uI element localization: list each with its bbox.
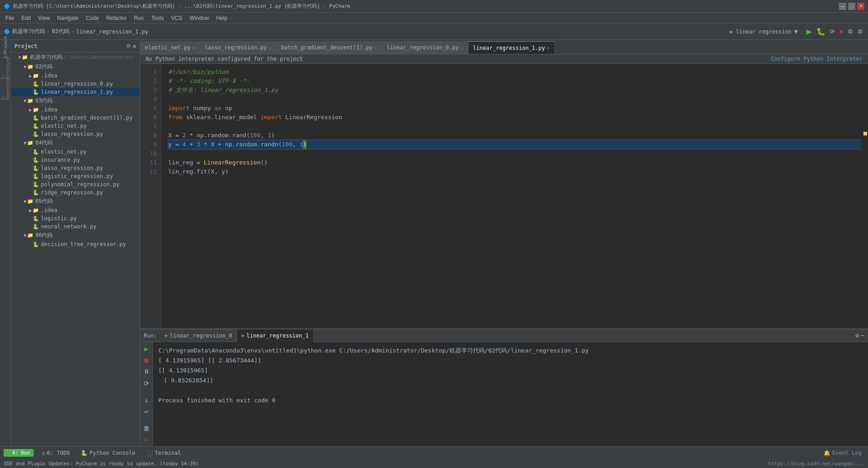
sidebar-favorites-icon[interactable]: 2: Favorites (0, 84, 10, 94)
menu-view[interactable]: View (34, 14, 54, 22)
run-stop-button[interactable]: ■ (141, 355, 151, 365)
python-console-bottom-btn[interactable]: 🐍 Python Console (78, 449, 138, 457)
tab-bgd[interactable]: batch_gradient_descent(1).py ✕ (277, 41, 382, 54)
sidebar-project-icon[interactable]: 1:Project (0, 43, 10, 53)
tab-lr0-close[interactable]: ✕ (461, 45, 463, 50)
menu-code[interactable]: Code (82, 14, 102, 22)
run-pin-button[interactable]: ✕ (141, 435, 151, 444)
minimize-button[interactable]: ─ (839, 3, 846, 10)
menu-vcs[interactable]: VCS (167, 14, 186, 22)
warning-message: No Python interpreter configured for the… (146, 56, 303, 62)
breadcrumb-icon: 🔷 (4, 29, 10, 35)
project-sync-icon[interactable]: ⟳ (127, 43, 131, 49)
bottom-bar-right: 🔔 Event Log (821, 449, 864, 457)
menu-file[interactable]: File (2, 14, 18, 22)
tree-item-en03[interactable]: ▶ 🐍 elastic_net.py (11, 122, 140, 130)
tree-item-insurance[interactable]: ▶ 🐍 insurance.py (11, 156, 140, 164)
run-label: Run: (140, 333, 161, 339)
terminal-bottom-btn[interactable]: ⬛ Terminal (143, 449, 184, 457)
tree-item-05[interactable]: ▼ 📁 05代码 (11, 197, 140, 206)
status-link[interactable]: https://blog.csdn.net/wangdei... (768, 461, 864, 467)
tab-elastic-net[interactable]: elastic_net.py ✕ (140, 41, 200, 54)
run-scroll-down-button[interactable]: ↓ (141, 395, 151, 405)
tab-lasso[interactable]: lasso_regression.py ✕ (200, 41, 276, 54)
code-content[interactable]: #!/usr/bin/python # -*- coding: UTF-8 -*… (161, 64, 862, 328)
tree-item-lr1[interactable]: ▶ 🐍 linear_regression_1.py (11, 88, 140, 96)
tab-bgd-close[interactable]: ✕ (375, 45, 377, 50)
code-line-2: # -*- coding: UTF-8 -*- (168, 77, 862, 86)
menu-window[interactable]: Window (186, 14, 213, 22)
tree-item-en04[interactable]: ▶ 🐍 elastic_net.py (11, 148, 140, 156)
breadcrumb-file[interactable]: linear_regression_1.py (76, 29, 148, 35)
tree-item-root[interactable]: ▼ 📁 机器学习代码 C:\Users\Administrator\De (11, 53, 140, 62)
project-tree: ▼ 📁 机器学习代码 C:\Users\Administrator\De ▼ 📁… (11, 53, 140, 446)
tree-item-neural[interactable]: ▶ 🐍 neural_network.py (11, 222, 140, 231)
menu-run[interactable]: Run (130, 14, 147, 22)
run-minimize-icon[interactable]: ─ (861, 332, 864, 339)
maximize-button[interactable]: □ (848, 3, 855, 10)
event-log-label: Event Log (832, 450, 862, 456)
code-line-4 (168, 95, 862, 104)
tab-lr0[interactable]: linear_regression_0.py ✕ (382, 41, 468, 54)
tree-item-lasso03[interactable]: ▶ 🐍 lasso_regression.py (11, 130, 140, 138)
project-settings-icon[interactable]: ⚙ (133, 43, 136, 49)
tree-item-02[interactable]: ▼ 📁 02代码 (11, 62, 140, 72)
tree-item-04[interactable]: ▼ 📁 04代码 (11, 138, 140, 148)
run-with-coverage-button[interactable]: ⟳ (829, 27, 836, 36)
run-tab-lr0[interactable]: ▶ linear_regression_0 (161, 329, 237, 342)
build-button[interactable]: ⚙ (846, 27, 854, 36)
breadcrumb-folder[interactable]: 02代码 (52, 28, 69, 35)
tree-item-idea-03[interactable]: ▶ 📁 .idea (11, 106, 140, 114)
code-line-7 (168, 122, 862, 131)
run-settings-icon[interactable]: ⚙ (855, 332, 859, 339)
run-button[interactable]: ▶ (805, 26, 813, 37)
close-button[interactable]: ✕ (857, 3, 864, 10)
menu-edit[interactable]: Edit (18, 14, 34, 22)
run-wrap-button[interactable]: ↩ (141, 406, 151, 416)
code-editor[interactable]: 1 2 3 4 5 6 7 8 9 10 11 12 #!/usr/bin/py… (140, 64, 868, 328)
run-clear-button[interactable]: 🗑 (141, 423, 151, 433)
breadcrumb-root[interactable]: 机器学习代码 (12, 28, 45, 35)
menu-navigate[interactable]: Navigate (54, 14, 82, 22)
tree-item-logistic04[interactable]: ▶ 🐍 logistic_regression.py (11, 172, 140, 180)
breadcrumb: 🔷 机器学习代码 › 02代码 › linear_regression_1.py (4, 28, 148, 35)
stop-button[interactable]: ■ (838, 27, 844, 36)
tree-item-lasso04[interactable]: ▶ 🐍 lasso_regression.py (11, 164, 140, 172)
menu-tools[interactable]: Tools (147, 14, 167, 22)
tree-item-logistic05[interactable]: ▶ 🐍 logistic.py (11, 214, 140, 222)
status-bar: IDE and Plugin Updates: PyCharm is ready… (0, 459, 868, 468)
tab-lr1[interactable]: linear_regression_1.py ✕ (468, 41, 555, 54)
run-pause-button[interactable]: ⏸ (141, 367, 151, 376)
run-play-button[interactable]: ▶ (141, 344, 151, 353)
code-line-10 (168, 149, 862, 158)
run-config-dropdown[interactable]: ▼ (794, 28, 798, 35)
tab-elastic-net-close[interactable]: ✕ (192, 45, 195, 50)
tree-item-lr0[interactable]: ▶ 🐍 linear_regression_0.py (11, 80, 140, 88)
tree-item-poly[interactable]: ▶ 🐍 polynomial_regression.py (11, 180, 140, 188)
run-rerun-button[interactable]: ⟳ (141, 378, 151, 388)
run-tab-lr1[interactable]: ▶ linear_regression_1 (237, 329, 314, 342)
debug-button[interactable]: 🐛 (815, 26, 827, 37)
tree-item-06[interactable]: ▼ 📁 06代码 (11, 231, 140, 240)
settings-button[interactable]: ⚙ (856, 27, 864, 36)
tree-item-idea-02[interactable]: ▶ 📁 .idea (11, 72, 140, 80)
run-bottom-btn[interactable]: ▶ 4: Run (4, 449, 34, 457)
tree-item-dtr[interactable]: ▶ 🐍 decision_tree_regressor.py (11, 240, 140, 248)
configure-interpreter-link[interactable]: Configure Python Interpreter (771, 56, 863, 62)
event-log-btn[interactable]: 🔔 Event Log (821, 449, 864, 457)
run-content-area: ▶ ■ ⏸ ⟳ ↓ ↩ 🗑 ✕ C:\ProgramData\Anaconda3… (140, 342, 868, 446)
menu-help[interactable]: Help (213, 14, 231, 22)
tree-item-ridge[interactable]: ▶ 🐍 ridge_regression.py (11, 188, 140, 197)
tree-item-idea-05[interactable]: ▶ 📁 .idea (11, 206, 140, 214)
todo-bottom-btn[interactable]: ☑ 6: TODO (39, 449, 73, 457)
run-tab-icons: ⚙ ─ (852, 332, 868, 339)
tab-lasso-close[interactable]: ✕ (268, 45, 271, 50)
sidebar-structure-icon[interactable]: 2: Structure (0, 63, 10, 73)
code-line-3: # 文件名: linear_regression_1.py (168, 86, 862, 95)
tab-elastic-net-label: elastic_net.py (145, 44, 190, 51)
tab-lr1-close[interactable]: ✕ (547, 45, 550, 50)
run-config-name[interactable]: linear regression (736, 29, 791, 35)
tree-item-03[interactable]: ▼ 📁 03代码 (11, 96, 140, 106)
menu-refactor[interactable]: Refactor (102, 14, 130, 22)
tree-item-bgd[interactable]: ▶ 🐍 batch_gradient_descent(1).py (11, 114, 140, 122)
